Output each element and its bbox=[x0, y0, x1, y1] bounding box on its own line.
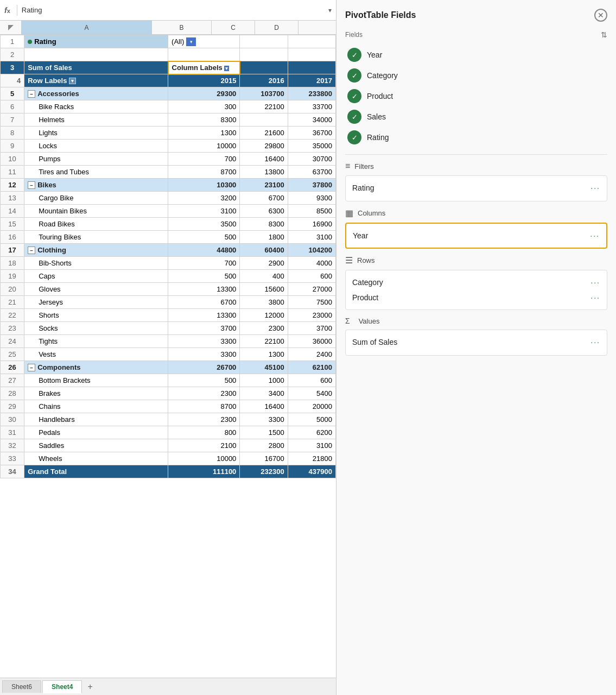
cell-5-c[interactable]: 103700 bbox=[240, 87, 288, 100]
cell-32-c[interactable]: 2800 bbox=[240, 439, 288, 452]
col-header-a[interactable]: A bbox=[22, 21, 152, 34]
cell-16-c[interactable]: 1800 bbox=[240, 231, 288, 244]
cell-10-a[interactable]: Pumps bbox=[24, 153, 168, 166]
cell-14-b[interactable]: 3100 bbox=[168, 205, 240, 218]
cell-34-c[interactable]: 232300 bbox=[240, 465, 288, 478]
cell-4-a[interactable]: Row Labels ▾ bbox=[24, 74, 168, 87]
cell-34-a[interactable]: Grand Total bbox=[24, 465, 168, 478]
cell-23-c[interactable]: 2300 bbox=[240, 322, 288, 335]
cell-15-d[interactable]: 16900 bbox=[288, 218, 335, 231]
cell-3-a[interactable]: Sum of Sales bbox=[24, 61, 168, 74]
cell-20-a[interactable]: Gloves bbox=[24, 283, 168, 296]
cell-20-d[interactable]: 27000 bbox=[288, 283, 335, 296]
cell-5-a[interactable]: −Accessories bbox=[24, 87, 168, 100]
cell-14-c[interactable]: 6300 bbox=[240, 205, 288, 218]
cell-19-d[interactable]: 600 bbox=[288, 270, 335, 283]
cell-22-a[interactable]: Shorts bbox=[24, 309, 168, 322]
cell-4-d[interactable]: 2017 bbox=[288, 74, 335, 87]
field-item-category[interactable]: ✓ Category bbox=[345, 65, 607, 86]
cell-11-d[interactable]: 63700 bbox=[288, 166, 335, 179]
cell-8-d[interactable]: 36700 bbox=[288, 127, 335, 140]
cell-26-b[interactable]: 26700 bbox=[168, 361, 240, 374]
cell-12-a[interactable]: −Bikes bbox=[24, 179, 168, 192]
cell-3-b[interactable]: Column Labels ▾ bbox=[168, 61, 240, 74]
value-sum-of-sales-menu[interactable]: ··· bbox=[590, 338, 600, 346]
cell-33-c[interactable]: 16700 bbox=[240, 452, 288, 465]
cell-26-a[interactable]: −Components bbox=[24, 361, 168, 374]
cell-20-b[interactable]: 13300 bbox=[168, 283, 240, 296]
cell-13-b[interactable]: 3200 bbox=[168, 192, 240, 205]
cell-14-d[interactable]: 8500 bbox=[288, 205, 335, 218]
cell-9-b[interactable]: 10000 bbox=[168, 140, 240, 153]
col-header-b[interactable]: B bbox=[152, 21, 212, 34]
cell-12-c[interactable]: 23100 bbox=[240, 179, 288, 192]
cell-28-b[interactable]: 2300 bbox=[168, 387, 240, 400]
cell-25-a[interactable]: Vests bbox=[24, 348, 168, 361]
cell-8-a[interactable]: Lights bbox=[24, 127, 168, 140]
field-item-sales[interactable]: ✓ Sales bbox=[345, 106, 607, 127]
cell-2-c[interactable] bbox=[240, 48, 288, 61]
cell-19-a[interactable]: Caps bbox=[24, 270, 168, 283]
cell-25-c[interactable]: 1300 bbox=[240, 348, 288, 361]
cell-33-a[interactable]: Wheels bbox=[24, 452, 168, 465]
cell-18-c[interactable]: 2900 bbox=[240, 257, 288, 270]
cell-2-d[interactable] bbox=[288, 48, 335, 61]
field-item-rating[interactable]: ✓ Rating bbox=[345, 127, 607, 148]
cell-12-d[interactable]: 37800 bbox=[288, 179, 335, 192]
cell-31-d[interactable]: 6200 bbox=[288, 426, 335, 439]
cell-7-b[interactable]: 8300 bbox=[168, 113, 240, 127]
cell-30-d[interactable]: 5000 bbox=[288, 413, 335, 426]
cell-3-c[interactable] bbox=[240, 61, 288, 74]
formula-bar-dropdown-icon[interactable]: ▾ bbox=[328, 7, 332, 14]
cell-6-c[interactable]: 22100 bbox=[240, 100, 288, 113]
cell-18-b[interactable]: 700 bbox=[168, 257, 240, 270]
cell-7-d[interactable]: 34000 bbox=[288, 113, 335, 127]
cell-8-c[interactable]: 21600 bbox=[240, 127, 288, 140]
row-category-menu[interactable]: ··· bbox=[590, 278, 600, 287]
cell-9-c[interactable]: 29800 bbox=[240, 140, 288, 153]
cell-11-b[interactable]: 8700 bbox=[168, 166, 240, 179]
cell-13-c[interactable]: 6700 bbox=[240, 192, 288, 205]
cell-30-b[interactable]: 2300 bbox=[168, 413, 240, 426]
cell-7-a[interactable]: Helmets bbox=[24, 113, 168, 127]
cell-29-d[interactable]: 20000 bbox=[288, 400, 335, 413]
sheet-tab-sheet4[interactable]: Sheet4 bbox=[42, 680, 82, 693]
cell-27-b[interactable]: 500 bbox=[168, 374, 240, 387]
cell-32-b[interactable]: 2100 bbox=[168, 439, 240, 452]
cell-25-d[interactable]: 2400 bbox=[288, 348, 335, 361]
cell-15-c[interactable]: 8300 bbox=[240, 218, 288, 231]
cell-18-a[interactable]: Bib-Shorts bbox=[24, 257, 168, 270]
cell-18-d[interactable]: 4000 bbox=[288, 257, 335, 270]
add-sheet-button[interactable]: + bbox=[83, 681, 97, 693]
cell-31-a[interactable]: Pedals bbox=[24, 426, 168, 439]
cell-34-d[interactable]: 437900 bbox=[288, 465, 335, 478]
cell-13-d[interactable]: 9300 bbox=[288, 192, 335, 205]
cell-26-c[interactable]: 45100 bbox=[240, 361, 288, 374]
cell-16-b[interactable]: 500 bbox=[168, 231, 240, 244]
cell-27-d[interactable]: 600 bbox=[288, 374, 335, 387]
cell-23-b[interactable]: 3700 bbox=[168, 322, 240, 335]
cell-29-b[interactable]: 8700 bbox=[168, 400, 240, 413]
cell-26-d[interactable]: 62100 bbox=[288, 361, 335, 374]
cell-24-a[interactable]: Tights bbox=[24, 335, 168, 348]
row-product-menu[interactable]: ··· bbox=[590, 293, 600, 302]
cell-16-a[interactable]: Touring Bikes bbox=[24, 231, 168, 244]
cell-15-a[interactable]: Road Bikes bbox=[24, 218, 168, 231]
cell-8-b[interactable]: 1300 bbox=[168, 127, 240, 140]
cell-33-d[interactable]: 21800 bbox=[288, 452, 335, 465]
cell-27-a[interactable]: Bottom Brackets bbox=[24, 374, 168, 387]
cell-10-b[interactable]: 700 bbox=[168, 153, 240, 166]
filter-rating-menu[interactable]: ··· bbox=[590, 184, 600, 192]
cell-21-c[interactable]: 3800 bbox=[240, 296, 288, 309]
cell-28-d[interactable]: 5400 bbox=[288, 387, 335, 400]
cell-34-b[interactable]: 111100 bbox=[168, 465, 240, 478]
cell-1-a[interactable]: Rating bbox=[24, 35, 168, 48]
cell-12-b[interactable]: 10300 bbox=[168, 179, 240, 192]
cell-20-c[interactable]: 15600 bbox=[240, 283, 288, 296]
cell-30-a[interactable]: Handlebars bbox=[24, 413, 168, 426]
cell-17-a[interactable]: −Clothing bbox=[24, 244, 168, 257]
cell-1-d[interactable] bbox=[288, 35, 335, 48]
cell-9-d[interactable]: 35000 bbox=[288, 140, 335, 153]
cell-4-b[interactable]: 2015 bbox=[168, 74, 240, 87]
field-item-product[interactable]: ✓ Product bbox=[345, 86, 607, 106]
